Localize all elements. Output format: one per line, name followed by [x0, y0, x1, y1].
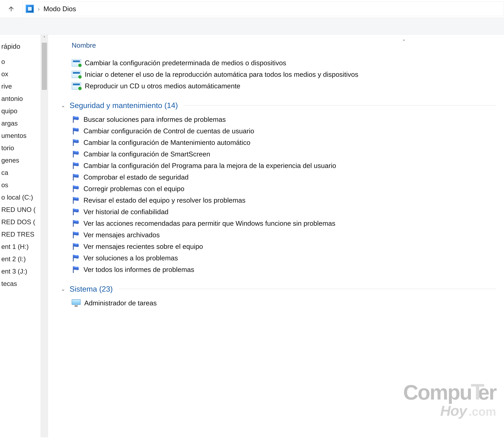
- list-item[interactable]: Cambiar la configuración de Mantenimient…: [72, 137, 496, 148]
- sidebar-item[interactable]: torio: [0, 142, 41, 154]
- list-item-label: Cambiar la configuración de SmartScreen: [84, 150, 210, 158]
- sidebar-item[interactable]: RED TRES: [0, 228, 41, 241]
- scroll-thumb[interactable]: [42, 43, 47, 90]
- list-item[interactable]: Revisar el estado del equipo y resolver …: [72, 195, 496, 206]
- list-item-label: Cambiar la configuración del Programa pa…: [84, 162, 336, 170]
- autoplay-icon: [72, 59, 81, 66]
- sidebar-quick-access[interactable]: rápido: [0, 40, 41, 55]
- group-header[interactable]: ⌄Sistema (23): [60, 285, 496, 293]
- sidebar-item[interactable]: umentos: [0, 130, 41, 142]
- chevron-down-icon: ⌄: [60, 102, 66, 108]
- nav-sidebar: rápido ooxriveantonioquipoargasumentosto…: [0, 35, 41, 437]
- flag-icon: [72, 196, 80, 204]
- list-item[interactable]: Ver todos los informes de problemas: [72, 264, 496, 275]
- list-item[interactable]: Reproducir un CD u otros medios automáti…: [72, 80, 496, 92]
- list-item[interactable]: Ver soluciones a los problemas: [72, 252, 496, 264]
- flag-icon: [72, 139, 80, 146]
- list-item-label: Ver todos los informes de problemas: [84, 266, 194, 274]
- sidebar-item[interactable]: ent 2 (I:): [0, 253, 41, 265]
- list-item-label: Reproducir un CD u otros medios automáti…: [85, 82, 240, 90]
- sidebar-item[interactable]: ent 1 (H:): [0, 241, 41, 253]
- list-item-label: Iniciar o detener el uso de la reproducc…: [85, 70, 358, 78]
- flag-icon: [72, 150, 80, 158]
- flag-icon: [72, 242, 80, 250]
- list-item[interactable]: Ver las acciones recomendadas para permi…: [72, 218, 496, 229]
- list-item[interactable]: Ver historial de confiabilidad: [72, 206, 496, 218]
- watermark: CompuTer Hoy.com: [403, 383, 496, 419]
- sidebar-item[interactable]: tecas: [0, 277, 41, 290]
- column-header-name[interactable]: Nombre: [72, 40, 496, 57]
- breadcrumb-box[interactable]: › Modo Dios: [22, 1, 504, 16]
- list-item-label: Ver mensajes recientes sobre el equipo: [84, 242, 203, 250]
- sidebar-item[interactable]: RED DOS (: [0, 216, 41, 228]
- flag-icon: [72, 254, 80, 262]
- list-item[interactable]: Ver mensajes archivados: [72, 229, 496, 241]
- autoplay-icon: [72, 71, 81, 78]
- group-header[interactable]: ⌄Seguridad y mantenimiento (14): [60, 101, 496, 110]
- chevron-right-icon[interactable]: ›: [38, 5, 40, 12]
- list-item-label: Ver mensajes archivados: [84, 231, 160, 239]
- flag-icon: [72, 266, 80, 274]
- sidebar-item[interactable]: antonio: [0, 92, 41, 105]
- sidebar-item[interactable]: genes: [0, 154, 41, 166]
- list-item[interactable]: Comprobar el estado de seguridad: [72, 171, 496, 183]
- control-panel-icon: [26, 5, 34, 13]
- list-item[interactable]: Corregir problemas con el equipo: [72, 183, 496, 195]
- sidebar-item[interactable]: o local (C:): [0, 191, 41, 204]
- group-collapse-caret[interactable]: ˄: [402, 39, 405, 45]
- toolbar-area: [0, 18, 504, 35]
- list-item[interactable]: Cambiar configuración de Control de cuen…: [72, 125, 496, 137]
- breadcrumb-location[interactable]: Modo Dios: [44, 5, 76, 13]
- flag-icon: [72, 162, 80, 170]
- list-item-label: Cambiar la configuración predeterminada …: [85, 59, 286, 67]
- list-item-label: Comprobar el estado de seguridad: [84, 173, 189, 181]
- list-item[interactable]: Administrador de tareas: [72, 297, 496, 309]
- list-item-label: Cambiar configuración de Control de cuen…: [84, 127, 254, 135]
- list-item-label: Administrador de tareas: [84, 299, 157, 307]
- list-item-label: Revisar el estado del equipo y resolver …: [84, 196, 245, 204]
- address-bar: › Modo Dios: [0, 0, 504, 18]
- sidebar-item[interactable]: ca: [0, 166, 41, 179]
- group-header-rule: [184, 105, 496, 106]
- list-item[interactable]: Iniciar o detener el uso de la reproducc…: [72, 69, 496, 80]
- group-header-rule: [119, 289, 496, 289]
- nav-up-button[interactable]: [0, 1, 22, 16]
- content-pane: ˄ Nombre Cambiar la configuración predet…: [48, 35, 504, 437]
- list-item[interactable]: Cambiar la configuración predeterminada …: [72, 57, 496, 69]
- sidebar-scrollbar[interactable]: ˄: [41, 35, 48, 437]
- flag-icon: [72, 208, 80, 216]
- list-item[interactable]: Buscar soluciones para informes de probl…: [72, 114, 496, 125]
- sidebar-item[interactable]: RED UNO (: [0, 204, 41, 216]
- sidebar-item[interactable]: ox: [0, 68, 41, 80]
- flag-icon: [72, 127, 80, 135]
- list-item-label: Buscar soluciones para informes de probl…: [84, 115, 226, 123]
- list-item[interactable]: Ver mensajes recientes sobre el equipo: [72, 241, 496, 252]
- flag-icon: [72, 185, 80, 193]
- monitor-icon: [72, 299, 81, 307]
- flag-icon: [72, 219, 80, 227]
- chevron-down-icon: ⌄: [60, 286, 66, 292]
- list-item-label: Ver las acciones recomendadas para permi…: [84, 219, 335, 227]
- sidebar-item[interactable]: ent 3 (J:): [0, 265, 41, 277]
- list-item[interactable]: Cambiar la configuración del Programa pa…: [72, 160, 496, 171]
- sidebar-item[interactable]: os: [0, 179, 41, 191]
- group-title: Sistema (23): [70, 285, 113, 293]
- group-title: Seguridad y mantenimiento (14): [70, 101, 178, 110]
- sidebar-item[interactable]: quipo: [0, 105, 41, 117]
- list-item[interactable]: Cambiar la configuración de SmartScreen: [72, 148, 496, 160]
- list-item-label: Corregir problemas con el equipo: [84, 185, 184, 193]
- flag-icon: [72, 115, 80, 123]
- flag-icon: [72, 231, 80, 239]
- list-item-label: Ver historial de confiabilidad: [84, 208, 168, 216]
- flag-icon: [72, 173, 80, 181]
- list-item-label: Cambiar la configuración de Mantenimient…: [84, 139, 251, 146]
- sidebar-item[interactable]: rive: [0, 80, 41, 92]
- sidebar-item[interactable]: argas: [0, 117, 41, 130]
- autoplay-icon: [72, 82, 81, 90]
- sidebar-item[interactable]: o: [0, 55, 41, 68]
- list-item-label: Ver soluciones a los problemas: [84, 254, 178, 262]
- scroll-up-button[interactable]: ˄: [41, 35, 48, 42]
